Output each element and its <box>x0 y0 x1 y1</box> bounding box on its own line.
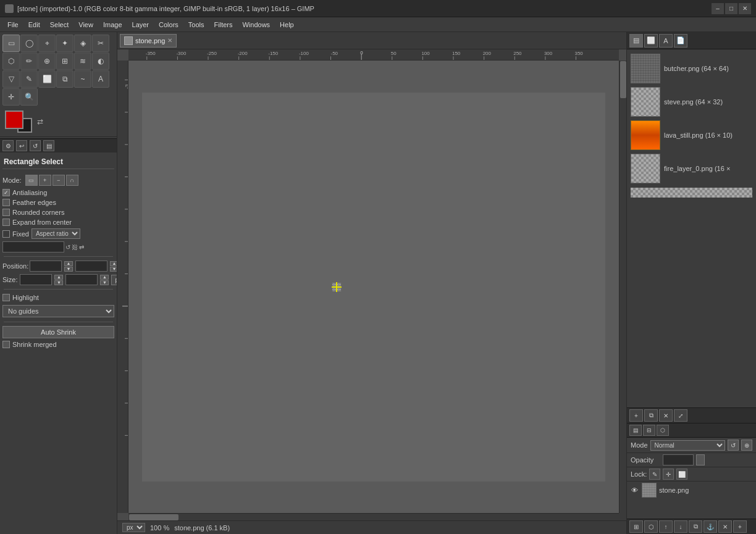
lock-pixels-btn[interactable]: ✎ <box>649 469 660 480</box>
add-layer-btn[interactable]: + <box>733 520 747 533</box>
list-item[interactable]: butcher.png (64 × 64) <box>629 52 754 85</box>
mode-add-btn[interactable]: + <box>39 175 51 186</box>
brushes-tab-btn[interactable]: ⬜ <box>644 34 658 48</box>
scrollbar-thumb-v[interactable] <box>620 61 626 98</box>
chain-icon[interactable]: ⛓ <box>72 244 78 251</box>
lower-layer-btn[interactable]: ↓ <box>674 520 687 533</box>
lock-position-btn[interactable]: ✛ <box>663 469 674 480</box>
tool-paths[interactable]: ⬡ <box>2 52 20 70</box>
pos-x-down[interactable]: ▼ <box>64 267 73 272</box>
layer-mode-select[interactable]: Normal Multiply Screen <box>650 440 725 451</box>
size-h-input[interactable]: 0 <box>65 274 98 285</box>
tool-text[interactable]: A <box>92 70 109 88</box>
menu-edit[interactable]: Edit <box>23 20 45 30</box>
tool-presets-tab[interactable]: ▤ <box>43 140 54 151</box>
tool-move[interactable]: ✛ <box>2 88 20 106</box>
antialiasing-checkbox[interactable]: ✓ <box>2 189 10 196</box>
fixed-value-input[interactable]: 1:1 <box>2 241 64 252</box>
tool-clone[interactable]: ⧉ <box>56 70 74 88</box>
foreground-color-swatch[interactable] <box>5 111 23 129</box>
minimize-button[interactable]: – <box>712 3 724 14</box>
new-layer-group-btn[interactable]: ⬡ <box>644 520 658 533</box>
list-item[interactable]: 👁 stone.png <box>627 482 756 499</box>
feather-edges-checkbox[interactable] <box>2 199 10 206</box>
pos-x-up[interactable]: ▲ <box>64 261 73 266</box>
menu-filters[interactable]: Filters <box>209 20 238 30</box>
reset-icon[interactable]: ↺ <box>65 244 70 251</box>
menu-file[interactable]: File <box>2 20 23 30</box>
layer-visibility-btn[interactable]: 👁 <box>629 485 639 495</box>
tool-pencil[interactable]: ✎ <box>20 70 38 88</box>
position-x-input[interactable]: 0 <box>30 261 62 272</box>
tool-perspective-clone[interactable]: ⊞ <box>56 52 74 70</box>
zoom-image-btn[interactable]: ⤢ <box>674 409 687 422</box>
shrink-merged-checkbox[interactable] <box>2 341 10 348</box>
expand-from-center-checkbox[interactable] <box>2 219 10 226</box>
scrollbar-thumb-h[interactable] <box>129 514 178 520</box>
tool-paint[interactable]: ✏ <box>20 52 38 70</box>
tab-close-icon[interactable]: ✕ <box>167 37 172 44</box>
duplicate-image-btn[interactable]: ⧉ <box>644 409 658 422</box>
tool-options-tab[interactable]: ⚙ <box>2 140 14 151</box>
tool-ellipse-select[interactable]: ◯ <box>20 35 38 52</box>
tool-bucket-fill[interactable]: ▽ <box>2 70 20 88</box>
delete-image-btn[interactable]: ✕ <box>659 409 673 422</box>
pos-y-up[interactable]: ▲ <box>110 261 117 266</box>
images-tab-btn[interactable]: ▤ <box>629 34 643 48</box>
lock-alpha-btn[interactable]: ⬜ <box>676 469 687 480</box>
mode-intersect-btn[interactable]: ∩ <box>66 175 78 186</box>
menu-tools[interactable]: Tools <box>183 20 209 30</box>
tool-fuzzy-select[interactable]: ✦ <box>56 35 74 52</box>
scrollbar-horizontal[interactable] <box>128 513 619 520</box>
guides-dropdown[interactable]: No guides Center lines Rule of thirds <box>2 305 114 317</box>
fixed-type-dropdown[interactable]: Aspect ratio Width Height Size <box>32 228 80 239</box>
opacity-spinner[interactable] <box>696 454 705 465</box>
auto-shrink-button[interactable]: Auto Shrink <box>2 326 114 338</box>
layers-tab-btn[interactable]: ▤ <box>629 425 642 436</box>
tool-select-by-color[interactable]: ◈ <box>74 35 91 52</box>
size-w-down[interactable]: ▼ <box>54 280 63 285</box>
swap-colors-icon[interactable]: ⇄ <box>37 117 43 126</box>
menu-colors[interactable]: Colors <box>154 20 183 30</box>
highlight-checkbox[interactable] <box>2 294 10 301</box>
menu-layer[interactable]: Layer <box>127 20 154 30</box>
mode-replace-btn[interactable]: ▭ <box>25 175 38 186</box>
fixed-checkbox[interactable] <box>2 230 10 238</box>
canvas-viewport[interactable] <box>128 60 619 513</box>
size-w-input[interactable]: 0 <box>20 274 52 285</box>
anchor-layer-btn[interactable]: ⚓ <box>704 520 717 533</box>
menu-windows[interactable]: Windows <box>237 20 275 30</box>
tool-blur[interactable]: ≋ <box>74 52 91 70</box>
image-tab-stone[interactable]: stone.png ✕ <box>120 34 177 48</box>
tool-scissors[interactable]: ✂ <box>92 35 109 52</box>
reset-mode-btn[interactable]: ↺ <box>728 440 739 451</box>
duplicate-layer-btn[interactable]: ⧉ <box>689 520 702 533</box>
list-item[interactable]: fire_layer_0.png (16 × <box>629 152 754 185</box>
tool-zoom[interactable]: 🔍 <box>20 88 38 106</box>
menu-help[interactable]: Help <box>275 20 299 30</box>
fonts-tab-btn[interactable]: A <box>659 34 673 48</box>
raise-layer-btn[interactable]: ↑ <box>659 520 673 533</box>
size-h-up[interactable]: ▲ <box>100 275 109 280</box>
size-unit-selector[interactable]: px % <box>111 275 117 285</box>
tool-free-select[interactable]: ⌖ <box>38 35 56 52</box>
menu-view[interactable]: View <box>74 20 98 30</box>
mode-subtract-btn[interactable]: − <box>52 175 65 186</box>
undo-history-tab[interactable]: ↺ <box>30 140 41 151</box>
opacity-input[interactable]: 100.0 <box>663 454 694 465</box>
document-tab-btn[interactable]: 📄 <box>674 34 687 48</box>
pos-y-down[interactable]: ▼ <box>110 267 117 272</box>
status-unit-selector[interactable]: px % <box>122 523 145 532</box>
swap-icon[interactable]: ⇄ <box>79 244 84 251</box>
new-layer-from-visible-btn[interactable]: ⊞ <box>629 520 643 533</box>
new-image-btn[interactable]: + <box>629 409 643 422</box>
list-item[interactable]: lava_still.png (16 × 10) <box>629 119 754 152</box>
menu-select[interactable]: Select <box>45 20 74 30</box>
tool-rect-select[interactable]: ▭ <box>2 35 20 52</box>
device-status-tab[interactable]: ↩ <box>16 140 27 151</box>
tool-smudge[interactable]: ~ <box>74 70 91 88</box>
paths-layers-tab-btn[interactable]: ⬡ <box>657 425 669 436</box>
size-h-down[interactable]: ▼ <box>100 280 109 285</box>
tool-heal[interactable]: ⊕ <box>38 52 56 70</box>
menu-image[interactable]: Image <box>98 20 127 30</box>
